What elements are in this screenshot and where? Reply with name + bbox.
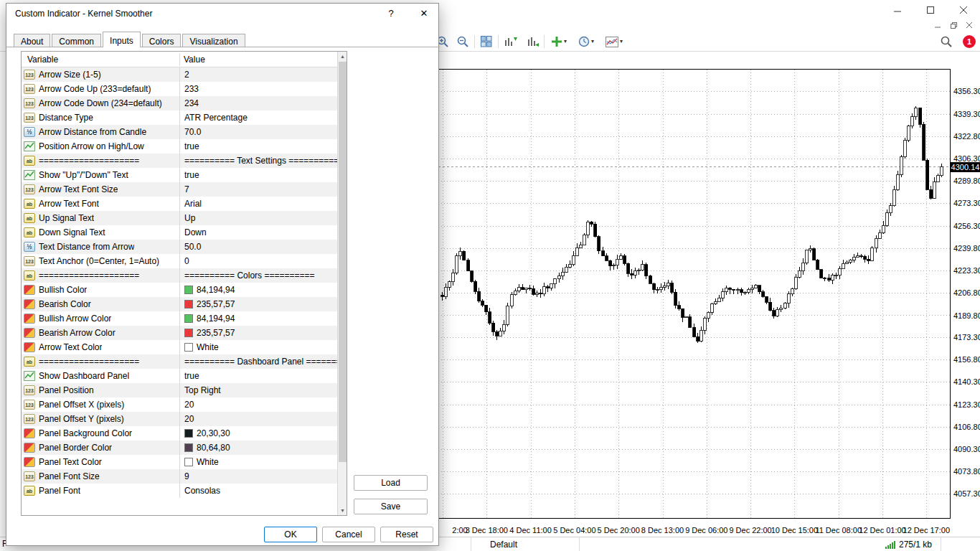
- variable-value[interactable]: 235,57,57: [179, 326, 337, 340]
- load-button[interactable]: Load: [354, 475, 428, 491]
- variable-value[interactable]: 84,194,94: [179, 283, 337, 297]
- variable-value[interactable]: ATR Percentage: [179, 110, 337, 125]
- table-row[interactable]: abPanel FontConsolas: [22, 484, 337, 498]
- variable-value[interactable]: ========== Text Settings ==========: [179, 154, 337, 168]
- chart-restore-button[interactable]: [947, 20, 960, 31]
- table-row[interactable]: abArrow Text FontArial: [22, 197, 337, 211]
- table-row[interactable]: Panel Background Color20,30,30: [22, 426, 337, 441]
- dialog-close-button[interactable]: ✕: [414, 6, 434, 21]
- color-type-icon: [24, 342, 35, 352]
- candlestick-chart[interactable]: [438, 69, 951, 519]
- table-row[interactable]: ½Text Distance from Arrow50.0: [22, 240, 337, 254]
- variable-value[interactable]: 20: [179, 397, 337, 412]
- price-scale[interactable]: 4356.304339.304322.804306.304289.804273.…: [951, 63, 980, 524]
- scrollbar-thumb[interactable]: [339, 62, 347, 462]
- tab-inputs[interactable]: Inputs: [103, 32, 141, 47]
- chart-shift-button[interactable]: [501, 33, 521, 50]
- minimize-button[interactable]: [881, 0, 914, 22]
- variable-value[interactable]: true: [179, 139, 337, 154]
- search-button[interactable]: [937, 33, 956, 50]
- dialog-help-button[interactable]: ?: [381, 6, 401, 21]
- table-row[interactable]: 123Arrow Code Up (233=default)233: [22, 82, 337, 96]
- table-row[interactable]: Bearish Color235,57,57: [22, 297, 337, 311]
- table-row[interactable]: 123Panel Font Size9: [22, 469, 337, 484]
- variable-value[interactable]: Arial: [179, 197, 337, 211]
- variable-value[interactable]: true: [179, 168, 337, 182]
- variable-value[interactable]: Up: [179, 211, 337, 225]
- table-row[interactable]: 123Panel PositionTop Right: [22, 383, 337, 397]
- scroll-down-arrow-icon[interactable]: ▼: [338, 506, 347, 515]
- variable-value[interactable]: Consolas: [179, 484, 337, 498]
- variable-value[interactable]: ========== Dashboard Panel ==========: [179, 354, 337, 369]
- variable-value[interactable]: 0: [179, 254, 337, 268]
- chart-minimize-button[interactable]: [931, 20, 944, 31]
- time-label: 10 Dec 15:00: [770, 526, 819, 534]
- maximize-button[interactable]: [914, 0, 947, 22]
- variable-value[interactable]: 233: [179, 82, 337, 96]
- table-row[interactable]: 123Panel Offset Y (pixels)20: [22, 412, 337, 426]
- variable-value[interactable]: 20,30,30: [179, 426, 337, 441]
- close-button[interactable]: [947, 0, 980, 22]
- notification-badge[interactable]: 1: [963, 35, 976, 48]
- variable-value[interactable]: ========== Colors ==========: [179, 268, 337, 283]
- table-row[interactable]: abUp Signal TextUp: [22, 211, 337, 225]
- table-row[interactable]: 123Arrow Size (1-5)2: [22, 67, 337, 82]
- reset-button[interactable]: Reset: [380, 527, 433, 542]
- table-row[interactable]: ab============================== Colors …: [22, 268, 337, 283]
- zoom-out-button[interactable]: [453, 33, 472, 50]
- time-scale[interactable]: 2:003 Dec 18:004 Dec 11:005 Dec 04:005 D…: [438, 524, 980, 537]
- table-row[interactable]: 123Arrow Code Down (234=default)234: [22, 96, 337, 110]
- variable-value[interactable]: 234: [179, 96, 337, 110]
- vertical-scrollbar[interactable]: ▲ ▼: [337, 52, 347, 515]
- variable-value[interactable]: White: [179, 340, 337, 354]
- table-row[interactable]: Show Dashboard Paneltrue: [22, 369, 337, 383]
- variable-value[interactable]: 9: [179, 469, 337, 484]
- variable-value[interactable]: 50.0: [179, 240, 337, 254]
- variable-value[interactable]: 80,64,80: [179, 441, 337, 455]
- ok-button[interactable]: OK: [264, 527, 317, 542]
- table-row[interactable]: 123Text Anchor (0=Center, 1=Auto)0: [22, 254, 337, 268]
- variable-value[interactable]: 7: [179, 182, 337, 197]
- table-row[interactable]: Bullish Color84,194,94: [22, 283, 337, 297]
- templates-button[interactable]: ▾: [601, 33, 627, 50]
- scroll-up-arrow-icon[interactable]: ▲: [338, 52, 347, 61]
- table-row[interactable]: Bearish Arrow Color235,57,57: [22, 326, 337, 340]
- add-indicator-button[interactable]: ▾: [547, 33, 571, 50]
- variable-value[interactable]: Top Right: [179, 383, 337, 397]
- variable-value[interactable]: 70.0: [179, 125, 337, 139]
- table-row[interactable]: Arrow Text ColorWhite: [22, 340, 337, 354]
- table-row[interactable]: 123Panel Offset X (pixels)20: [22, 397, 337, 412]
- tab-common[interactable]: Common: [52, 34, 101, 47]
- variable-value[interactable]: 84,194,94: [179, 311, 337, 326]
- tab-colors[interactable]: Colors: [142, 34, 182, 47]
- tab-visualization[interactable]: Visualization: [182, 34, 245, 47]
- table-row[interactable]: Panel Text ColorWhite: [22, 455, 337, 469]
- dialog-titlebar[interactable]: Custom Indicator - Kernel Smoother: [6, 4, 438, 24]
- variable-value[interactable]: 235,57,57: [179, 297, 337, 311]
- variable-value[interactable]: 2: [179, 67, 337, 82]
- variable-value[interactable]: 20: [179, 412, 337, 426]
- table-row[interactable]: ab============================== Dashboa…: [22, 354, 337, 369]
- price-label: 4123.30: [953, 400, 980, 409]
- table-row[interactable]: Panel Border Color80,64,80: [22, 441, 337, 455]
- variable-value[interactable]: White: [179, 455, 337, 469]
- table-row[interactable]: 123Arrow Text Font Size7: [22, 182, 337, 197]
- variable-value[interactable]: true: [179, 369, 337, 383]
- table-row[interactable]: Bullish Arrow Color84,194,94: [22, 311, 337, 326]
- price-label: 4339.30: [953, 110, 980, 118]
- table-row[interactable]: Position Arrow on High/Lowtrue: [22, 139, 337, 154]
- profile-selector[interactable]: Default: [471, 537, 580, 551]
- table-row[interactable]: abDown Signal TextDown: [22, 225, 337, 240]
- table-row[interactable]: Show "Up"/"Down" Texttrue: [22, 168, 337, 182]
- table-row[interactable]: 123Distance TypeATR Percentage: [22, 110, 337, 125]
- table-row[interactable]: ab============================== Text Se…: [22, 154, 337, 168]
- save-button[interactable]: Save: [354, 499, 428, 514]
- timeframes-button[interactable]: ▾: [574, 33, 598, 50]
- chart-close-button[interactable]: [963, 20, 976, 31]
- tab-about[interactable]: About: [14, 34, 50, 47]
- cancel-button[interactable]: Cancel: [322, 527, 375, 542]
- auto-scroll-button[interactable]: [522, 33, 542, 50]
- tile-windows-button[interactable]: [477, 33, 496, 50]
- variable-value[interactable]: Down: [179, 225, 337, 240]
- table-row[interactable]: ½Arrow Distance from Candle70.0: [22, 125, 337, 139]
